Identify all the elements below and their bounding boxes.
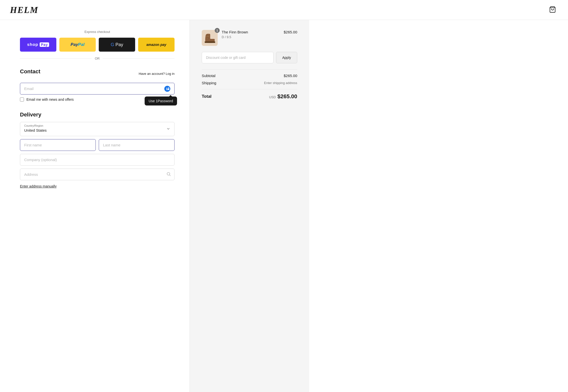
svg-rect-3: [168, 89, 169, 90]
paypal-button[interactable]: PayPal: [59, 38, 96, 52]
newsletter-label: Email me with news and offers: [26, 98, 74, 101]
shop-pay-icon: shop Pay: [27, 42, 49, 47]
main-layout: Express checkout shop Pay PayPal G Pay a…: [0, 20, 568, 392]
paypal-icon: PayPal: [71, 42, 85, 47]
delivery-title: Delivery: [20, 111, 175, 118]
subtotal-value: $265.00: [284, 74, 297, 78]
email-input[interactable]: [20, 83, 175, 95]
express-checkout-section: Express checkout shop Pay PayPal G Pay a…: [20, 30, 175, 60]
country-value: United States: [24, 128, 170, 132]
total-price: $265.00: [277, 93, 297, 100]
email-wrapper: 1 Use 1Password: [20, 83, 175, 95]
address-input[interactable]: [20, 169, 175, 180]
contact-header: Contact Have an account? Log in: [20, 68, 175, 79]
express-buttons: shop Pay PayPal G Pay amazon pay: [20, 38, 175, 52]
shipping-label: Shipping: [202, 81, 216, 85]
newsletter-checkbox[interactable]: [20, 98, 24, 101]
gpay-button[interactable]: G Pay: [99, 38, 135, 52]
delivery-section: Delivery Country/Region United States: [20, 111, 175, 188]
order-item: 1 The Finn Brown D / 9.5 $265.00: [202, 30, 297, 46]
product-image: [202, 30, 218, 46]
shop-pay-button[interactable]: shop Pay: [20, 38, 56, 52]
or-divider: OR: [20, 57, 175, 60]
total-amount: USD $265.00: [269, 93, 297, 100]
onepassword-button[interactable]: 1: [164, 85, 171, 93]
discount-row: Apply: [202, 52, 297, 63]
last-name-wrapper: [99, 139, 175, 151]
have-account-link[interactable]: Have an account? Log in: [139, 72, 175, 76]
first-name-wrapper: [20, 139, 96, 151]
last-name-input[interactable]: [99, 139, 175, 151]
summary-divider: [202, 69, 297, 70]
cart-button[interactable]: [547, 4, 558, 16]
product-info: The Finn Brown D / 9.5: [222, 30, 280, 39]
enter-address-manually-button[interactable]: Enter address manually: [20, 184, 57, 188]
header: HELM: [0, 0, 568, 20]
chevron-down-icon: [166, 127, 170, 131]
product-price: $265.00: [284, 30, 297, 34]
right-panel: 1 The Finn Brown D / 9.5 $265.00 Apply S…: [189, 20, 309, 392]
product-image-svg: [203, 32, 217, 43]
left-panel: Express checkout shop Pay PayPal G Pay a…: [0, 20, 189, 392]
product-quantity-badge: 1: [215, 28, 220, 33]
subtotal-label: Subtotal: [202, 74, 215, 78]
apply-button[interactable]: Apply: [276, 52, 297, 63]
amazon-pay-button[interactable]: amazon pay: [138, 38, 175, 52]
amazon-pay-icon: amazon pay: [146, 43, 166, 47]
discount-input[interactable]: [202, 52, 274, 63]
company-wrapper: [20, 154, 175, 166]
product-image-wrapper: 1: [202, 30, 218, 46]
svg-text:1: 1: [166, 87, 168, 91]
total-row: Total USD $265.00: [202, 93, 297, 100]
summary-divider-2: [202, 89, 297, 89]
onepassword-tooltip: Use 1Password: [145, 97, 177, 105]
first-name-input[interactable]: [20, 139, 96, 151]
country-label: Country/Region: [24, 124, 43, 127]
onepassword-icon: 1: [164, 86, 171, 92]
contact-section: Contact Have an account? Log in 1 Use 1P…: [20, 68, 175, 101]
logo: HELM: [10, 5, 38, 15]
express-checkout-label: Express checkout: [20, 30, 175, 34]
name-row: [20, 139, 175, 151]
country-select-wrapper[interactable]: Country/Region United States: [20, 122, 175, 136]
currency-label: USD: [269, 95, 276, 99]
product-name: The Finn Brown: [222, 30, 280, 34]
subtotal-row: Subtotal $265.00: [202, 74, 297, 78]
shipping-value: Enter shipping address: [264, 81, 297, 85]
shipping-row: Shipping Enter shipping address: [202, 81, 297, 85]
product-variant: D / 9.5: [222, 35, 280, 39]
company-input[interactable]: [20, 154, 175, 166]
cart-icon: [549, 6, 556, 13]
total-label: Total: [202, 94, 211, 99]
contact-title: Contact: [20, 68, 40, 75]
address-wrapper: [20, 169, 175, 180]
gpay-icon: G Pay: [111, 42, 123, 47]
